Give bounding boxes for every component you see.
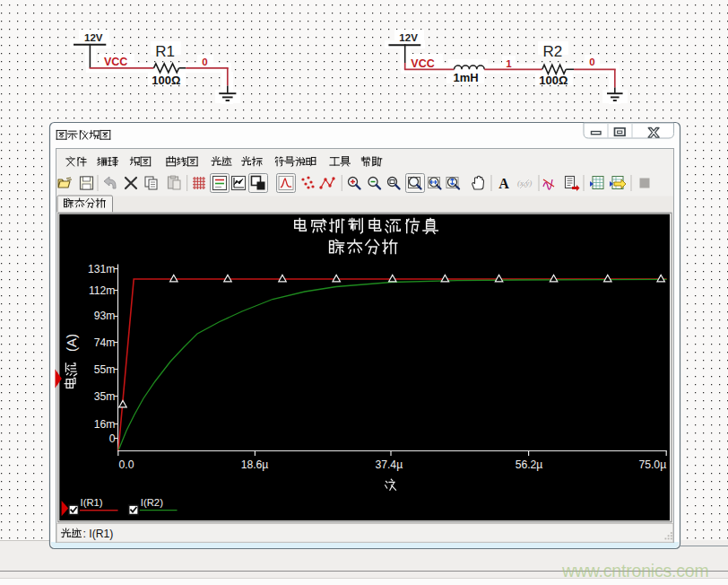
svg-text:0.0: 0.0	[119, 458, 134, 471]
svg-text:93m: 93m	[94, 310, 116, 322]
svg-text:74m: 74m	[94, 336, 116, 349]
svg-text:131m: 131m	[88, 263, 116, 275]
svg-text:12V: 12V	[399, 32, 418, 43]
svg-text:I(R1): I(R1)	[81, 497, 103, 508]
svg-text:12V: 12V	[84, 32, 103, 43]
svg-text:35m: 35m	[94, 390, 116, 403]
svg-text:: I(R1): : I(R1)	[83, 528, 114, 540]
svg-text:R1: R1	[155, 43, 175, 60]
svg-text:37.4µ: 37.4µ	[375, 458, 403, 471]
svg-text:112m: 112m	[89, 284, 116, 297]
svg-text:75.0µ: 75.0µ	[638, 458, 666, 471]
svg-text:55m: 55m	[94, 363, 116, 376]
svg-text:(x,y): (x,y)	[517, 179, 532, 188]
svg-text:1mH: 1mH	[453, 71, 478, 84]
svg-text:A: A	[498, 176, 509, 191]
svg-text:0: 0	[202, 57, 207, 67]
svg-text:0: 0	[589, 57, 594, 67]
svg-text:18.6µ: 18.6µ	[241, 458, 269, 471]
svg-text:(A): (A)	[64, 334, 79, 352]
svg-text:VCC: VCC	[411, 57, 434, 70]
svg-text:R2: R2	[543, 43, 563, 60]
svg-text:I(R2): I(R2)	[141, 497, 163, 508]
svg-text:16m: 16m	[94, 418, 116, 431]
svg-text:56.2µ: 56.2µ	[516, 458, 543, 471]
svg-text:1: 1	[506, 58, 512, 69]
svg-text:VCC: VCC	[104, 56, 127, 68]
svg-text:100Ω: 100Ω	[539, 74, 568, 87]
svg-text:100Ω: 100Ω	[152, 74, 180, 87]
